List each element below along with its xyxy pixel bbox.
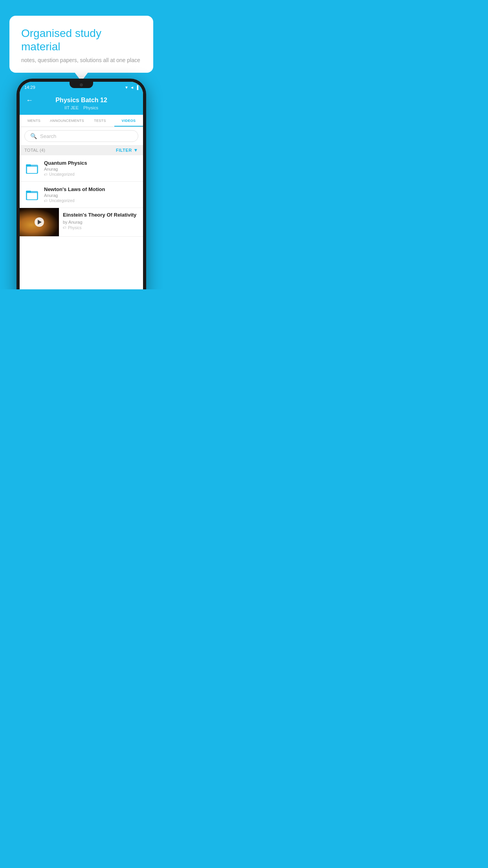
speech-bubble-subtext: notes, question papers, solutions all at… <box>21 57 141 63</box>
tab-videos[interactable]: VIDEOS <box>114 115 143 127</box>
svg-rect-2 <box>27 166 37 173</box>
header-subtitle: IIT JEE Physics <box>26 105 137 110</box>
item-title: Einstein's Theory Of Relativity <box>63 212 139 219</box>
tag-icon: 🏷 <box>63 226 66 230</box>
list-item[interactable]: Einstein's Theory Of Relativity by Anura… <box>20 208 143 237</box>
search-icon: 🔍 <box>30 133 37 139</box>
search-input[interactable]: Search <box>40 133 56 139</box>
notch-camera <box>80 83 83 86</box>
subtitle-physics: Physics <box>83 105 98 110</box>
item-tag: 🏷 Physics <box>63 226 139 230</box>
tag-icon: 🏷 <box>44 199 48 203</box>
subtitle-iit: IIT JEE <box>64 105 79 110</box>
search-bar: 🔍 Search <box>20 127 143 145</box>
item-title: Quantum Physics <box>44 160 138 166</box>
page-title: Physics Batch 12 <box>55 97 107 104</box>
tag-label: Uncategorized <box>49 199 74 203</box>
filter-label: FILTER <box>116 148 132 153</box>
video-list: Quantum Physics Anurag 🏷 Uncategorized <box>20 155 143 289</box>
back-button[interactable]: ← <box>26 96 33 105</box>
tag-label: Physics <box>68 226 81 230</box>
item-title: Newton's Laws of Motion <box>44 186 138 192</box>
tabs-bar: MENTS ANNOUNCEMENTS TESTS VIDEOS <box>20 115 143 127</box>
tag-label: Uncategorized <box>49 172 74 177</box>
search-input-wrap[interactable]: 🔍 Search <box>24 130 138 142</box>
phone-frame: 14:29 ▼ ◄ ▐ ← Physics Batch 12 IIT JEE P… <box>17 79 146 289</box>
tab-announcements[interactable]: ANNOUNCEMENTS <box>48 115 86 127</box>
filter-bar: TOTAL (4) FILTER ▼ <box>20 145 143 155</box>
play-button[interactable] <box>35 217 44 227</box>
item-author: Anurag <box>44 167 138 171</box>
wifi-icon: ▼ <box>125 85 128 90</box>
folder-icon <box>25 161 39 175</box>
svg-rect-5 <box>27 193 37 200</box>
item-author: by Anurag <box>63 220 139 224</box>
item-info: Newton's Laws of Motion Anurag 🏷 Uncateg… <box>44 186 138 203</box>
app-header: ← Physics Batch 12 IIT JEE Physics <box>20 93 143 115</box>
list-item[interactable]: Newton's Laws of Motion Anurag 🏷 Uncateg… <box>20 182 143 208</box>
filter-button[interactable]: FILTER ▼ <box>116 147 138 153</box>
folder-icon <box>25 188 39 202</box>
status-icons: ▼ ◄ ▐ <box>125 85 138 90</box>
play-icon <box>38 220 42 224</box>
tab-documents[interactable]: MENTS <box>20 115 48 127</box>
total-count: TOTAL (4) <box>24 148 45 153</box>
item-tag: 🏷 Uncategorized <box>44 172 138 177</box>
item-author: Anurag <box>44 193 138 198</box>
header-top: ← Physics Batch 12 <box>26 97 137 104</box>
tag-icon: 🏷 <box>44 173 48 177</box>
list-item[interactable]: Quantum Physics Anurag 🏷 Uncategorized <box>20 155 143 182</box>
item-tag: 🏷 Uncategorized <box>44 199 138 203</box>
speech-bubble-heading: Organised study material <box>21 27 141 53</box>
status-time: 14:29 <box>24 85 35 90</box>
signal-icon: ◄ <box>130 85 134 90</box>
item-info: Quantum Physics Anurag 🏷 Uncategorized <box>44 160 138 177</box>
phone-screen: 14:29 ▼ ◄ ▐ ← Physics Batch 12 IIT JEE P… <box>20 82 143 289</box>
speech-bubble: Organised study material notes, question… <box>9 16 153 73</box>
item-info: Einstein's Theory Of Relativity by Anura… <box>59 208 143 234</box>
filter-icon: ▼ <box>134 147 138 153</box>
battery-icon: ▐ <box>136 85 138 90</box>
tab-tests[interactable]: TESTS <box>86 115 114 127</box>
video-thumbnail <box>20 208 59 236</box>
phone-notch <box>70 82 93 88</box>
